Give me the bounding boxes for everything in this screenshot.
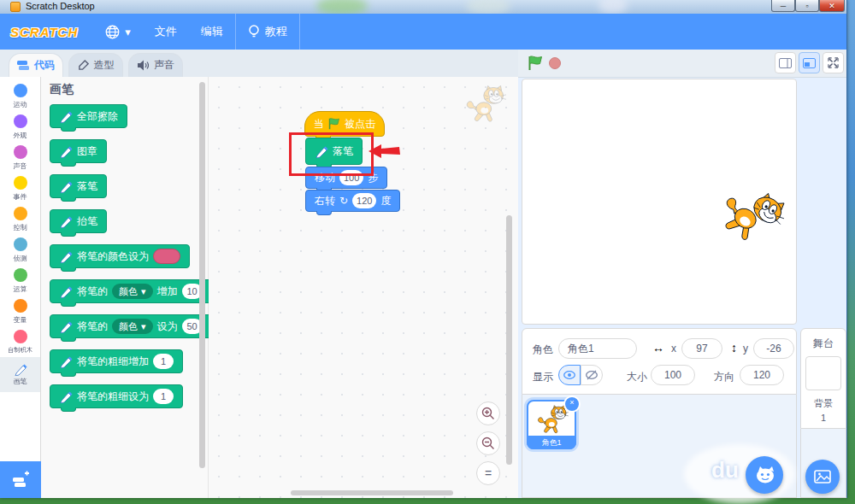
motion-color-dot [14,84,27,97]
category-control[interactable]: 控制 [0,207,40,233]
category-events[interactable]: 事件 [0,176,40,202]
palette-scrollbar[interactable] [199,82,205,468]
tab-code[interactable]: 代码 [9,53,63,77]
script-horizontal-scrollbar[interactable] [291,490,453,495]
pen-icon [59,214,73,228]
title-bar[interactable]: Scratch Desktop ─ ▫ ✕ [0,0,846,14]
menu-tutorials-label: 教程 [265,24,287,39]
pen-icon [59,390,73,403]
pen-icon [59,355,73,368]
cat-sprite[interactable] [708,173,795,259]
stop-button[interactable] [549,57,561,69]
block-set-pen-color[interactable]: 将笔的颜色设为 [50,244,190,268]
small-stage-icon [779,58,792,68]
x-position-input[interactable]: 97 [681,338,722,359]
pen-icon [59,284,73,298]
menu-tutorials[interactable]: 教程 [236,14,299,50]
menu-file[interactable]: 文件 [143,14,189,50]
zoom-reset-button[interactable]: = [476,461,500,485]
menu-file-label: 文件 [155,24,177,39]
caret-down-icon: ▾ [125,26,131,38]
fullscreen-icon [828,57,839,68]
window-title: Scratch Desktop [26,1,95,11]
category-sound[interactable]: 声音 [0,145,40,172]
hide-sprite-button[interactable] [581,365,603,385]
category-sensing[interactable]: 侦测 [0,237,40,264]
palette-header: 画笔 [50,82,74,97]
sensing-color-dot [14,237,27,251]
zoom-reset-icon: = [485,466,492,480]
small-stage-button[interactable] [775,52,796,73]
sprite-label: 角色 [533,343,553,357]
minimize-button[interactable]: ─ [771,0,795,12]
globe-icon [105,25,120,39]
value-input[interactable]: 1 [153,354,174,369]
category-myblocks[interactable]: 自制积木 [0,330,40,355]
pen-color-swatch[interactable] [153,249,180,264]
sprite-info-panel: 角色 ↔ x 97 ↕ y -26 显示 大小 100 方向 120 [522,328,797,395]
annotation-arrow [369,144,401,159]
sprite-card-name: 角色1 [527,436,576,449]
y-arrow-icon: ↕ [731,341,737,355]
sprite-name-input[interactable] [558,338,637,359]
pen-param-dropdown[interactable]: 颜色▾ [112,284,153,299]
block-set-pen-size[interactable]: 将笔的粗细设为 1 [50,384,183,408]
stage-canvas [522,79,797,325]
caret-down-icon: ▾ [141,321,146,332]
language-menu[interactable]: ▾ [93,14,143,50]
maximize-button[interactable]: ▫ [795,0,819,12]
close-button[interactable]: ✕ [819,0,845,12]
large-stage-icon [803,58,816,68]
fullscreen-button[interactable] [823,52,844,73]
pen-param-dropdown[interactable]: 颜色▾ [112,319,153,334]
script-turn-right[interactable]: 右转 ↻ 120 度 [305,190,400,212]
brush-icon [78,60,89,71]
direction-input[interactable]: 120 [740,365,784,385]
close-icon: ✕ [828,2,835,10]
delete-sprite-badge[interactable]: × [563,396,581,413]
myblocks-color-dot [14,330,27,343]
code-blocks-icon [17,61,29,71]
zoom-out-button[interactable] [476,431,500,455]
block-pen-up[interactable]: 抬笔 [50,209,107,233]
show-sprite-button[interactable] [558,365,581,385]
menu-edit[interactable]: 编辑 [189,14,235,50]
control-color-dot [14,207,27,220]
category-variables[interactable]: 变量 [0,299,40,325]
category-pen[interactable]: 画笔 [0,357,40,392]
add-sprite-button[interactable] [746,456,783,494]
zoom-in-button[interactable] [476,401,500,425]
block-palette: 画笔 全部擦除 图章 落笔 抬笔 将笔的颜色设为 将笔的 颜色▾ 增加 10 [41,77,209,498]
large-stage-button[interactable] [799,52,820,73]
tab-costumes[interactable]: 造型 [68,53,123,77]
block-set-pen-param[interactable]: 将笔的 颜色▾ 设为 50 [50,314,212,338]
block-change-pen-param[interactable]: 将笔的 颜色▾ 增加 10 [50,279,212,303]
add-extension-icon [11,471,30,489]
caret-down-icon: ▾ [141,286,146,297]
tab-sounds[interactable]: 声音 [128,53,183,77]
tab-code-label: 代码 [34,58,55,73]
sprite-card-selected[interactable]: × 角色1 [527,400,576,449]
size-input[interactable]: 100 [651,365,695,385]
degrees-input[interactable]: 120 [352,193,376,208]
category-looks[interactable]: 外观 [0,114,40,141]
block-pen-down[interactable]: 落笔 [50,174,107,198]
block-change-pen-size[interactable]: 将笔的粗细增加 1 [50,349,183,373]
zoom-in-icon [481,407,495,420]
block-erase-all[interactable]: 全部擦除 [50,104,127,128]
value-input[interactable]: 1 [153,389,174,404]
category-motion[interactable]: 运动 [0,84,40,110]
y-position-input[interactable]: -26 [753,338,794,359]
script-vertical-scrollbar[interactable] [506,215,512,465]
menu-divider [299,14,300,50]
add-backdrop-button[interactable] [805,460,840,494]
block-stamp[interactable]: 图章 [50,139,107,163]
category-operators[interactable]: 运算 [0,268,40,295]
green-flag-button[interactable] [528,56,543,71]
eye-visible-icon [563,371,575,379]
backdrop-thumbnail[interactable] [805,356,841,390]
eye-hidden-icon [586,370,598,380]
stage-panel-title: 舞台 [801,329,846,351]
stage-selector-panel[interactable]: 舞台 背景 1 [800,328,846,429]
add-extension-button[interactable] [0,461,41,498]
